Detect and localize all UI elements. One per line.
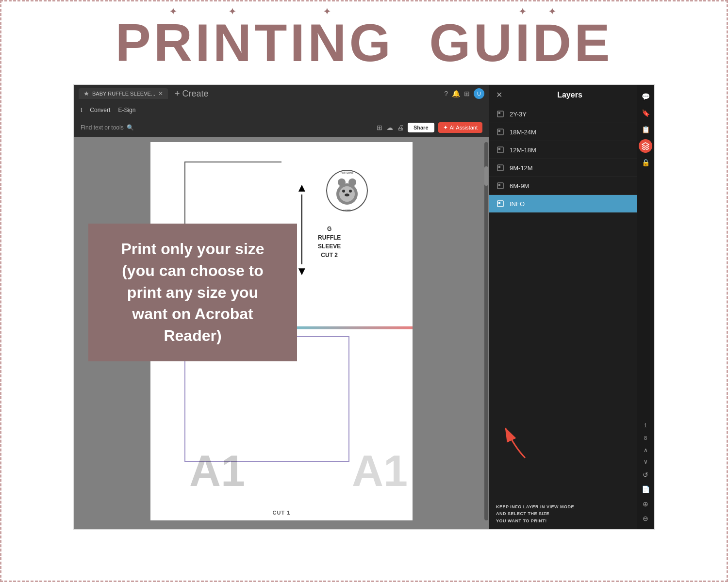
layer-name-info: INFO [510, 200, 647, 208]
title-letter-d: D [533, 16, 574, 69]
title-letter-n: N [213, 16, 254, 69]
overlay-text-box: Print only your size (you can choose to … [88, 224, 297, 361]
lock-icon[interactable]: 🔒 [639, 156, 652, 169]
layer-name-18m24m: 18M-24M [510, 129, 647, 136]
content-area: BABY RUFFLE SLEEVE... ✕ + Create ? 🔔 ⊞ U… [73, 84, 655, 530]
size-label-a1-right: A1 [352, 446, 408, 496]
bookmark-panel-icon[interactable]: 🔖 [639, 106, 652, 120]
pdf-canvas: Print only your size (you can choose to … [74, 137, 489, 529]
menu-item-convert[interactable]: Convert [90, 107, 110, 113]
bear-logo-svg: PATTERNS HOME [325, 169, 369, 212]
layers-header: ✕ Layers ··· [489, 85, 654, 105]
pattern-label: G RUFFLE SLEEVE CUT 2 [318, 225, 341, 259]
svg-rect-15 [498, 148, 500, 150]
tab-close-icon[interactable]: ✕ [158, 90, 163, 97]
title-letter-n2: N [308, 16, 349, 69]
layer-visibility-icon-5 [496, 181, 505, 190]
arrow-up-icon: ▲ [296, 181, 308, 194]
red-arrow-svg [496, 419, 535, 463]
layer-item-18m24m[interactable]: 18M-24M [489, 123, 654, 141]
cloud-icon[interactable]: ☁ [386, 124, 393, 131]
ai-icon: ✦ [443, 124, 448, 131]
scrollbar-track[interactable] [484, 142, 488, 520]
side-icons-panel: 💬 🔖 📋 🔒 1 8 ∧ ∨ ↺ 📄 ⊕ ⊖ [637, 85, 654, 529]
svg-point-5 [342, 190, 345, 193]
title-letter-r: R [154, 16, 195, 69]
bear-logo: PATTERNS HOME [325, 169, 369, 212]
svg-point-7 [345, 194, 349, 196]
layers-panel: ✕ Layers ··· 2Y-3Y 18M-24M [489, 85, 654, 529]
zoom-in-icon[interactable]: ⊕ [641, 498, 650, 510]
search-text: Find text or tools [81, 124, 124, 131]
page-title-wrapper: PRINTING GUIDE [115, 1, 612, 69]
layer-item-info[interactable]: INFO [489, 195, 654, 213]
page-title: PRINTING GUIDE [115, 16, 612, 69]
search-icon[interactable]: 🔍 [127, 124, 134, 131]
layer-item-9m12m[interactable]: 9M-12M [489, 159, 654, 177]
layer-name-9m12m: 9M-12M [510, 164, 647, 172]
arrow-down-icon: ▼ [296, 264, 308, 278]
layer-name-2y3y: 2Y-3Y [510, 111, 647, 118]
layer-visibility-icon-4 [496, 163, 505, 172]
page-down-icon[interactable]: ∨ [643, 457, 649, 466]
layer-name-12m18m: 12M-18M [510, 146, 647, 154]
ai-button[interactable]: ✦ AI Assistant [438, 122, 482, 133]
layer-item-2y3y[interactable]: 2Y-3Y [489, 105, 654, 123]
layer-item-12m18m[interactable]: 12M-18M [489, 141, 654, 159]
page-number-total[interactable]: 8 [642, 433, 649, 443]
svg-rect-13 [498, 130, 500, 132]
star-icon [83, 91, 89, 97]
annotation-container: KEEP INFO LAYER IN VIEW MODE AND SELECT … [489, 414, 654, 529]
layers-close-icon[interactable]: ✕ [496, 90, 502, 99]
vertical-arrow: ▲ ▼ [296, 181, 308, 278]
arrow-line [301, 194, 302, 264]
layer-name-6m9m: 6M-9M [510, 182, 647, 190]
layer-item-6m9m[interactable]: 6M-9M [489, 177, 654, 195]
search-area: Find text or tools 🔍 [81, 124, 372, 131]
pdf-viewer: BABY RUFFLE SLEEVE... ✕ + Create ? 🔔 ⊞ U… [74, 85, 489, 529]
copy-icon[interactable]: 📋 [639, 123, 652, 136]
svg-rect-21 [498, 202, 500, 204]
help-icon[interactable]: ? [444, 90, 448, 97]
pages-icon[interactable]: ⊞ [377, 124, 382, 131]
layers-icon[interactable] [639, 139, 652, 153]
pdf-topbar: BABY RUFFLE SLEEVE... ✕ + Create ? 🔔 ⊞ U [74, 85, 489, 102]
title-letter-i: I [515, 16, 533, 69]
toolbar-right: ⊞ ☁ 🖨 Share ✦ AI Assistant [377, 122, 482, 133]
annotation-text: KEEP INFO LAYER IN VIEW MODE AND SELECT … [496, 503, 647, 524]
print-icon[interactable]: 🖨 [397, 124, 404, 131]
overlay-text: Print only your size (you can choose to … [108, 238, 278, 347]
menu-item-t[interactable]: t [81, 107, 82, 113]
grid-icon[interactable]: ⊞ [464, 90, 470, 97]
create-button[interactable]: + Create [172, 89, 212, 99]
page-up-icon[interactable]: ∧ [643, 446, 649, 454]
svg-text:PATTERNS: PATTERNS [341, 171, 354, 174]
pdf-tab[interactable]: BABY RUFFLE SLEEVE... ✕ [79, 88, 168, 99]
svg-rect-11 [498, 112, 500, 114]
svg-rect-17 [498, 166, 500, 168]
user-avatar[interactable]: U [474, 88, 484, 99]
svg-point-6 [349, 190, 352, 193]
tab-label: BABY RUFFLE SLEEVE... [92, 91, 155, 97]
layers-list: 2Y-3Y 18M-24M 12M-18M [489, 105, 654, 414]
layer-visibility-icon [496, 110, 505, 118]
menu-item-esign[interactable]: E-Sign [118, 107, 135, 113]
layer-visibility-icon-6 [496, 199, 505, 208]
svg-rect-19 [498, 184, 500, 186]
svg-text:HOME: HOME [344, 209, 351, 212]
zoom-out-icon[interactable]: ⊖ [641, 513, 650, 524]
page-wrapper: PRINTING GUIDE BABY RUFFLE SLEEVE... ✕ +… [0, 0, 728, 582]
share-button[interactable]: Share [408, 123, 434, 132]
cut-label: CUT 1 [273, 510, 291, 516]
size-label-a1: A1 [189, 446, 245, 496]
refresh-icon[interactable]: ↺ [641, 469, 650, 481]
layer-visibility-icon-3 [496, 146, 505, 154]
comment-icon[interactable]: 💬 [639, 90, 652, 103]
pdf-menubar: t Convert E-Sign [74, 102, 489, 118]
pdf-toolbar: Find text or tools 🔍 ⊞ ☁ 🖨 Share ✦ AI As… [74, 118, 489, 137]
layer-visibility-icon-2 [496, 128, 505, 136]
bell-icon[interactable]: 🔔 [452, 90, 460, 97]
file-icon[interactable]: 📄 [640, 484, 652, 495]
page-number-1[interactable]: 1 [642, 420, 649, 430]
scrollbar-thumb[interactable] [484, 166, 488, 186]
